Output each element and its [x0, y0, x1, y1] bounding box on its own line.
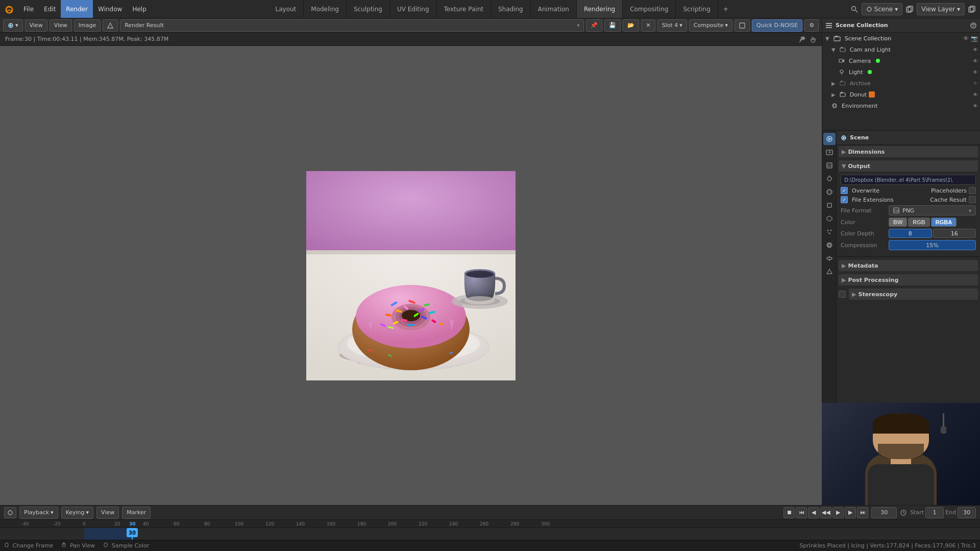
menu-help[interactable]: Help: [127, 0, 151, 18]
outliner-cam-light[interactable]: ▼ Cam and Light 👁: [822, 44, 980, 55]
stereoscopy-section-header[interactable]: ▶ Stereoscopy: [849, 289, 978, 300]
donut-eye[interactable]: 👁: [973, 92, 978, 98]
end-frame-input[interactable]: 30: [958, 507, 976, 518]
view-layer-props-icon[interactable]: [823, 159, 836, 172]
close-render-button[interactable]: ✕: [641, 19, 655, 32]
jump-to-end-button[interactable]: ⏭: [857, 507, 868, 518]
keying-button[interactable]: Keying ▾: [61, 507, 93, 519]
vl-copy-icon[interactable]: [968, 5, 976, 13]
hand-icon[interactable]: [808, 35, 817, 43]
color-depth-8-button[interactable]: 8: [889, 229, 932, 238]
particles-props-icon[interactable]: [823, 226, 836, 238]
eye-icon[interactable]: 👁: [963, 35, 969, 42]
outliner-scene-collection[interactable]: ▼ Scene Collection 👁 📷: [822, 33, 980, 44]
viewport-shading-toggle[interactable]: [734, 19, 750, 32]
output-path-field[interactable]: D:\Dropbox (Blender..el 4\Part 5\Frames\…: [841, 175, 976, 185]
menu-render[interactable]: Render: [61, 0, 93, 18]
render-props-icon[interactable]: [823, 133, 836, 145]
color-bw-button[interactable]: BW: [889, 218, 907, 227]
output-props-icon[interactable]: [823, 146, 836, 158]
stereoscopy-checkbox[interactable]: [839, 291, 846, 298]
editor-type-button[interactable]: ▾: [3, 19, 23, 32]
menu-file[interactable]: File: [18, 0, 39, 18]
world-props-icon[interactable]: [823, 186, 836, 198]
camera-eye[interactable]: 👁: [973, 58, 978, 64]
stop-button[interactable]: ⏹: [783, 507, 795, 518]
placeholders-checkbox[interactable]: [969, 187, 976, 194]
menu-edit[interactable]: Edit: [39, 0, 61, 18]
tab-modeling[interactable]: Modeling: [304, 0, 347, 18]
object-data-props-icon[interactable]: [823, 266, 836, 278]
slot-save-button[interactable]: 💾: [604, 19, 621, 32]
prev-frame-button[interactable]: ◀: [808, 507, 819, 518]
color-rgba-button[interactable]: RGBA: [931, 218, 957, 227]
outliner-filter-icon[interactable]: [970, 22, 977, 29]
constraints-props-icon[interactable]: [823, 252, 836, 265]
output-section-header[interactable]: ▼ Output: [839, 160, 978, 172]
view2-button[interactable]: View: [50, 19, 72, 32]
tab-compositing[interactable]: Compositing: [623, 0, 676, 18]
composite-selector[interactable]: Composite ▾: [689, 19, 732, 32]
camera-restrict-icon[interactable]: 📷: [971, 35, 978, 42]
timeline-scrubber-area[interactable]: -40 -20 0 20 30 40 60 80 100 120 140 160…: [0, 520, 980, 540]
cam-light-eye[interactable]: 👁: [973, 47, 978, 53]
timeline-editor-type[interactable]: [4, 507, 16, 518]
scene-selector[interactable]: Scene ▾: [862, 3, 903, 15]
env-eye[interactable]: 👁: [973, 103, 978, 109]
menu-window[interactable]: Window: [93, 0, 127, 18]
jump-to-start-button[interactable]: ⏮: [796, 507, 807, 518]
compression-slider[interactable]: 15%: [889, 240, 976, 250]
outliner-camera[interactable]: Camera 👁: [822, 55, 980, 66]
slot-selector[interactable]: Slot 4 ▾: [657, 19, 687, 32]
view-button[interactable]: View: [25, 19, 47, 32]
open-button[interactable]: 📂: [623, 19, 639, 32]
play-reverse-button[interactable]: ◀◀: [820, 507, 831, 518]
tab-animation[interactable]: Animation: [531, 0, 577, 18]
scene-props-icon[interactable]: [823, 173, 836, 185]
outliner-light[interactable]: Light 👁: [822, 66, 980, 78]
tab-texture-paint[interactable]: Texture Paint: [437, 0, 491, 18]
dimensions-section-header[interactable]: ▶ Dimensions: [839, 146, 978, 157]
overwrite-checkbox[interactable]: ✓: [841, 187, 848, 194]
image-button[interactable]: Image: [74, 19, 101, 32]
current-frame-input[interactable]: 30: [871, 507, 897, 518]
tab-scripting[interactable]: Scripting: [676, 0, 718, 18]
outliner-archive[interactable]: ▶ Archive 👁: [822, 78, 980, 89]
archive-eye[interactable]: 👁: [973, 81, 978, 86]
cache-result-checkbox[interactable]: [969, 196, 976, 203]
marker-button[interactable]: Marker: [122, 507, 151, 519]
current-frame-marker[interactable]: 30: [127, 528, 138, 537]
play-button[interactable]: ▶: [832, 507, 844, 518]
denoise-button[interactable]: Quick D-NOISE: [752, 19, 802, 32]
file-extensions-checkbox[interactable]: ✓: [841, 196, 848, 203]
tab-layout[interactable]: Layout: [268, 0, 304, 18]
color-depth-16-button[interactable]: 16: [933, 229, 976, 238]
new-render-button[interactable]: [103, 19, 118, 32]
next-frame-button[interactable]: ▶: [845, 507, 856, 518]
pin-button[interactable]: 📌: [586, 19, 602, 32]
add-workspace-button[interactable]: +: [718, 6, 733, 13]
tab-shading[interactable]: Shading: [491, 0, 531, 18]
tab-rendering[interactable]: Rendering: [577, 0, 623, 18]
scrubber-track[interactable]: 30: [0, 528, 980, 540]
pin-icon[interactable]: [798, 35, 806, 43]
render-result-dropdown[interactable]: Render Result ▾: [120, 19, 584, 32]
object-props-icon[interactable]: [823, 199, 836, 211]
light-eye[interactable]: 👁: [973, 69, 978, 75]
timeline-view-button[interactable]: View: [96, 507, 119, 519]
copy-icon[interactable]: [905, 5, 914, 13]
physics-props-icon[interactable]: [823, 239, 836, 251]
denoise-settings-button[interactable]: ⚙: [804, 19, 819, 32]
metadata-section-header[interactable]: ▶ Metadata: [839, 260, 978, 271]
view-layer-selector[interactable]: View Layer ▾: [917, 3, 965, 15]
tab-sculpting[interactable]: Sculpting: [347, 0, 390, 18]
outliner-donut[interactable]: ▶ Donut 👁: [822, 89, 980, 100]
outliner-environment[interactable]: Environment 👁: [822, 100, 980, 111]
modifier-props-icon[interactable]: [823, 212, 836, 225]
start-frame-input[interactable]: 1: [925, 507, 944, 518]
tab-uv-editing[interactable]: UV Editing: [390, 0, 437, 18]
playback-button[interactable]: Playback ▾: [19, 507, 58, 519]
file-format-selector[interactable]: PNG PNG ▾: [889, 205, 976, 215]
post-processing-section-header[interactable]: ▶ Post Processing: [839, 274, 978, 285]
color-rgb-button[interactable]: RGB: [908, 218, 929, 227]
